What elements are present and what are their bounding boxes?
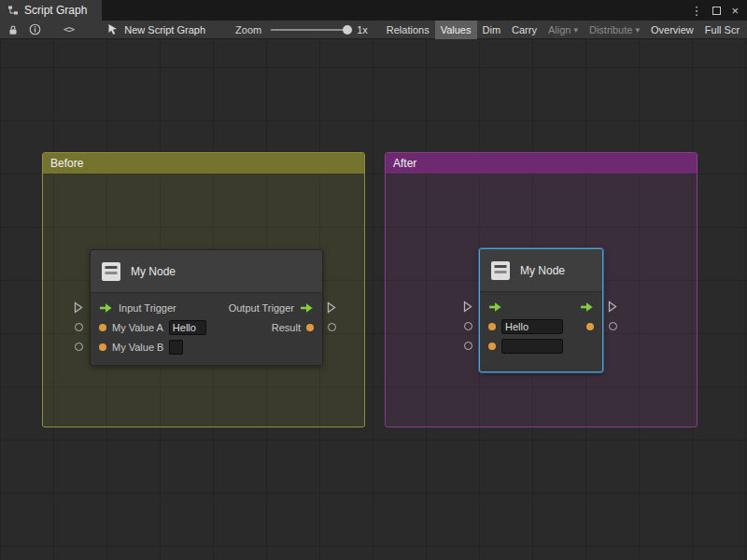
chevron-down-icon: ▾: [573, 25, 578, 35]
tab-script-graph[interactable]: Script Graph: [0, 0, 102, 21]
chevron-down-icon: ▾: [635, 25, 640, 35]
dim-button[interactable]: Dim: [477, 21, 507, 39]
node-header[interactable]: My Node: [480, 249, 602, 292]
value-b-port-row: [480, 336, 602, 356]
tab-title: Script Graph: [24, 4, 87, 17]
carry-button[interactable]: Carry: [506, 21, 543, 39]
fullscreen-button[interactable]: Full Scr: [699, 21, 745, 39]
node-header[interactable]: My Node: [91, 250, 322, 293]
zoom-slider[interactable]: [271, 29, 349, 31]
value-a-label: My Value A: [112, 322, 163, 333]
value-b-input[interactable]: [169, 340, 183, 355]
input-trigger-label: Input Trigger: [119, 302, 176, 314]
value-a-port-row: [480, 316, 602, 336]
output-trigger-label: Output Trigger: [229, 302, 294, 314]
value-b-port-icon[interactable]: [99, 343, 106, 351]
external-result-port[interactable]: [609, 322, 617, 330]
value-a-port-icon[interactable]: [488, 323, 496, 330]
node-my-node-after[interactable]: My Node: [479, 248, 603, 372]
distribute-label: Distribute: [589, 24, 632, 35]
window-menu-icon[interactable]: ⋮: [690, 5, 702, 17]
graph-name: New Script Graph: [124, 24, 205, 35]
code-icon[interactable]: <>: [63, 23, 74, 35]
group-after-header[interactable]: After: [386, 153, 697, 174]
relations-button[interactable]: Relations: [381, 21, 435, 39]
graph-toolbar: <> New Script Graph Zoom 1x Relations Va…: [0, 21, 747, 39]
toolbar-buttons: Relations Values Dim Carry Align ▾ Distr…: [381, 21, 745, 39]
external-value-b-port[interactable]: [75, 343, 83, 351]
external-value-a-port[interactable]: [75, 323, 83, 331]
value-b-label: My Value B: [112, 342, 163, 353]
value-b-input[interactable]: [501, 339, 563, 354]
value-a-port-row: My Value A Result: [91, 317, 322, 337]
value-a-port-icon[interactable]: [99, 324, 106, 331]
node-port-rows: [480, 292, 602, 356]
align-dropdown[interactable]: Align ▾: [543, 21, 584, 39]
external-output-trigger-port[interactable]: [327, 301, 336, 314]
zoom-slider-knob[interactable]: [343, 25, 352, 35]
title-bar: Script Graph ⋮ ×: [0, 0, 747, 21]
node-title: My Node: [131, 265, 176, 278]
input-trigger-icon[interactable]: [488, 301, 502, 313]
result-port-icon[interactable]: [306, 324, 314, 331]
external-output-trigger-port[interactable]: [608, 301, 617, 313]
external-value-a-port[interactable]: [464, 322, 472, 330]
external-input-trigger-port[interactable]: [74, 301, 83, 314]
output-trigger-icon[interactable]: [580, 301, 594, 313]
values-button[interactable]: Values: [435, 21, 477, 39]
group-before-label: Before: [50, 157, 83, 170]
group-before-header[interactable]: Before: [43, 153, 364, 174]
graph-canvas[interactable]: Before After My Node Input Trigger Out: [0, 39, 747, 560]
node-port-rows: Input Trigger Output Trigger My Value A …: [91, 293, 322, 357]
node-icon: [100, 261, 122, 282]
node-my-node-before[interactable]: My Node Input Trigger Output Trigger My …: [90, 249, 323, 366]
overview-button[interactable]: Overview: [645, 21, 699, 39]
trigger-port-row: [480, 297, 602, 316]
result-label: Result: [272, 322, 301, 333]
node-title: My Node: [520, 264, 565, 277]
close-icon[interactable]: ×: [731, 5, 739, 17]
external-result-port[interactable]: [328, 323, 336, 331]
script-graph-icon: [7, 5, 19, 16]
lock-icon[interactable]: [7, 24, 19, 35]
value-b-port-icon[interactable]: [488, 343, 496, 350]
group-after-label: After: [393, 157, 416, 170]
graph-asset-icon: [107, 23, 119, 35]
window-controls: ⋮ ×: [690, 0, 747, 21]
zoom-label: Zoom: [235, 24, 261, 35]
external-value-b-port[interactable]: [464, 342, 472, 350]
value-a-input[interactable]: [501, 319, 563, 334]
external-input-trigger-port[interactable]: [463, 301, 472, 313]
value-b-port-row: My Value B: [91, 337, 322, 357]
align-label: Align: [548, 24, 571, 35]
value-a-input[interactable]: [169, 320, 206, 335]
distribute-dropdown[interactable]: Distribute ▾: [584, 21, 645, 39]
input-trigger-icon[interactable]: [99, 302, 113, 314]
node-icon: [489, 260, 512, 281]
result-port-icon[interactable]: [586, 323, 594, 330]
output-trigger-icon[interactable]: [300, 302, 314, 314]
info-icon[interactable]: [29, 23, 41, 35]
zoom-value: 1x: [357, 24, 368, 35]
maximize-icon[interactable]: [712, 7, 721, 15]
trigger-port-row: Input Trigger Output Trigger: [91, 298, 322, 317]
